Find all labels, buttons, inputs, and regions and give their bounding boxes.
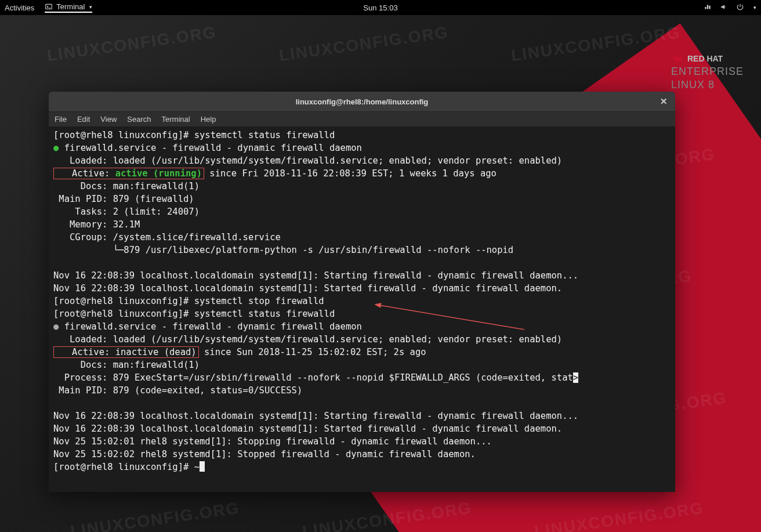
app-menu-terminal[interactable]: Terminal ▾ [45, 2, 92, 13]
terminal-menubar: File Edit View Search Terminal Help [49, 111, 675, 126]
chevron-down-icon: ▾ [753, 5, 756, 10]
window-titlebar[interactable]: linuxconfig@rhel8:/home/linuxconfig ✕ [49, 92, 675, 111]
close-icon: ✕ [660, 96, 668, 107]
svg-line-1 [379, 305, 524, 330]
menu-file[interactable]: File [55, 115, 67, 124]
network-icon[interactable] [704, 3, 712, 13]
annotation-arrow [374, 301, 536, 335]
chevron-down-icon: ▾ [89, 4, 92, 10]
activities-button[interactable]: Activities [5, 3, 34, 12]
terminal-output[interactable]: [root@rhel8 linuxconfig]# systemctl stat… [49, 126, 675, 492]
app-menu-label: Terminal [56, 2, 85, 11]
menu-help[interactable]: Help [201, 115, 216, 124]
terminal-icon [45, 3, 53, 11]
power-icon[interactable] [736, 3, 744, 13]
menu-edit[interactable]: Edit [77, 115, 90, 124]
volume-icon[interactable] [720, 3, 728, 13]
menu-search[interactable]: Search [127, 115, 151, 124]
terminal-cursor [200, 461, 205, 472]
terminal-window: linuxconfig@rhel8:/home/linuxconfig ✕ Fi… [49, 92, 675, 492]
close-button[interactable]: ✕ [658, 96, 669, 107]
redhat-logo-text: RED HAT ENTERPRISE LINUX 8 [671, 52, 744, 92]
menu-terminal[interactable]: Terminal [162, 115, 190, 124]
menu-view[interactable]: View [100, 115, 117, 124]
window-title: linuxconfig@rhel8:/home/linuxconfig [296, 97, 429, 106]
gnome-topbar: Activities Terminal ▾ Sun 15:03 ▾ [0, 0, 761, 15]
clock[interactable]: Sun 15:03 [363, 3, 397, 12]
